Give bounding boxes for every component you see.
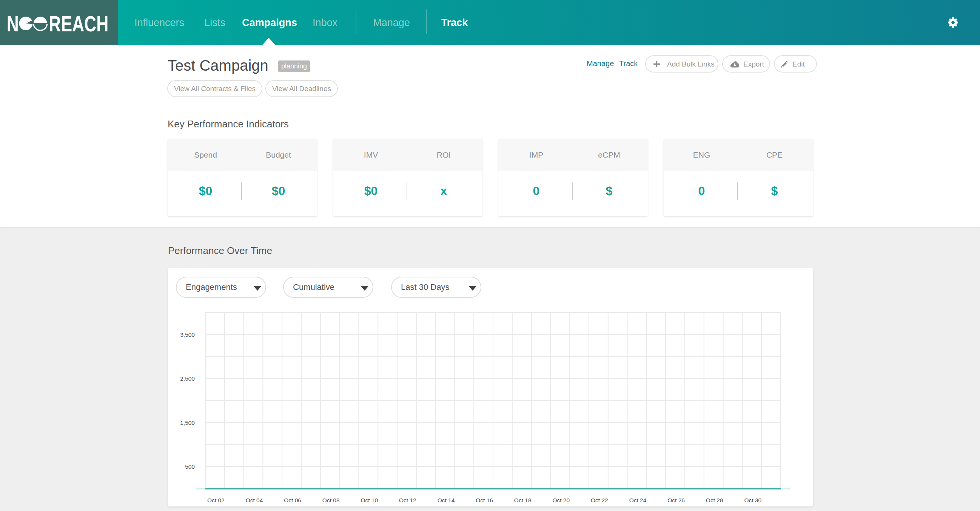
svg-text:1,500: 1,500	[180, 420, 195, 426]
svg-text:Oct 20: Oct 20	[552, 497, 570, 503]
svg-text:N: N	[7, 14, 19, 32]
svg-text:Oct 16: Oct 16	[476, 497, 493, 503]
svg-text:Oct 10: Oct 10	[361, 497, 378, 503]
svg-text:Oct 24: Oct 24	[629, 497, 647, 503]
svg-text:Oct 12: Oct 12	[399, 497, 417, 503]
svg-text:Oct 28: Oct 28	[706, 497, 723, 503]
svg-text:Oct 22: Oct 22	[591, 497, 608, 503]
svg-text:500: 500	[185, 463, 195, 470]
svg-text:3,500: 3,500	[180, 332, 195, 338]
svg-text:Oct 02: Oct 02	[207, 497, 224, 503]
svg-text:Oct 18: Oct 18	[514, 497, 531, 503]
svg-text:Oct 08: Oct 08	[322, 497, 340, 503]
svg-text:Oct 14: Oct 14	[438, 497, 455, 503]
svg-text:REACH: REACH	[49, 14, 108, 32]
svg-text:Oct 26: Oct 26	[667, 497, 685, 503]
svg-text:Oct 06: Oct 06	[284, 497, 301, 503]
svg-text:Oct 30: Oct 30	[744, 497, 761, 503]
svg-text:2,500: 2,500	[180, 375, 195, 382]
svg-text:Oct 04: Oct 04	[246, 497, 263, 503]
